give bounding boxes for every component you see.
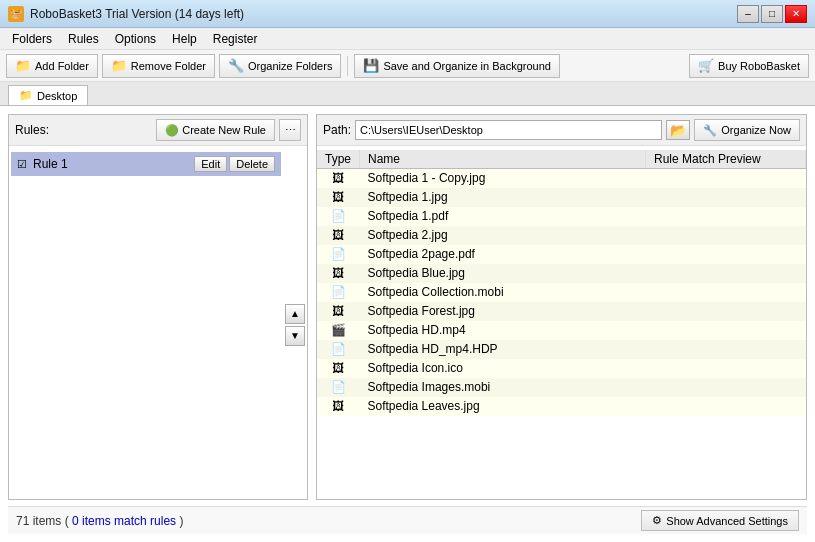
- advanced-settings-button[interactable]: ⚙ Show Advanced Settings: [641, 510, 799, 531]
- window-controls: – □ ✕: [737, 5, 807, 23]
- file-type-icon: 📄: [317, 340, 360, 359]
- create-rule-icon: 🟢: [165, 124, 179, 137]
- window-title: RoboBasket3 Trial Version (14 days left): [30, 7, 244, 21]
- file-type-icon: 🖼: [317, 169, 360, 188]
- main-content: Rules: 🟢 Create New Rule ⋯ ☑ Rule 1 Edit: [0, 106, 815, 542]
- advanced-settings-label: Show Advanced Settings: [666, 515, 788, 527]
- match-count: 0 items match rules: [72, 514, 176, 528]
- file-rule-match: [646, 169, 806, 188]
- menu-register[interactable]: Register: [205, 30, 266, 48]
- file-name: Softpedia 2.jpg: [360, 226, 646, 245]
- file-rule-match: [646, 340, 806, 359]
- create-rule-button[interactable]: 🟢 Create New Rule: [156, 119, 275, 141]
- organize-now-button[interactable]: 🔧 Organize Now: [694, 119, 800, 141]
- table-row[interactable]: 🖼 Softpedia 2.jpg: [317, 226, 806, 245]
- file-name: Softpedia Collection.mobi: [360, 283, 646, 302]
- path-label: Path:: [323, 123, 351, 137]
- col-name: Name: [360, 150, 646, 169]
- rule-delete-button[interactable]: Delete: [229, 156, 275, 172]
- file-name: Softpedia 1.jpg: [360, 188, 646, 207]
- rules-list: ☑ Rule 1 Edit Delete: [9, 150, 283, 499]
- remove-folder-icon: 📁: [111, 58, 127, 73]
- rules-panel: Rules: 🟢 Create New Rule ⋯ ☑ Rule 1 Edit: [8, 114, 308, 500]
- content-area: Rules: 🟢 Create New Rule ⋯ ☑ Rule 1 Edit: [8, 114, 807, 500]
- col-rule-match: Rule Match Preview: [646, 150, 806, 169]
- file-rule-match: [646, 378, 806, 397]
- save-organize-button[interactable]: 💾 Save and Organize in Background: [354, 54, 560, 78]
- path-browse-button[interactable]: 📂: [666, 120, 690, 140]
- file-name: Softpedia Icon.ico: [360, 359, 646, 378]
- rules-label: Rules:: [15, 123, 49, 137]
- col-type: Type: [317, 150, 360, 169]
- minimize-button[interactable]: –: [737, 5, 759, 23]
- table-row[interactable]: 🖼 Softpedia Blue.jpg: [317, 264, 806, 283]
- table-row[interactable]: 🎬 Softpedia HD.mp4: [317, 321, 806, 340]
- organize-folders-button[interactable]: 🔧 Organize Folders: [219, 54, 341, 78]
- buy-button[interactable]: 🛒 Buy RoboBasket: [689, 54, 809, 78]
- add-folder-icon: 📁: [15, 58, 31, 73]
- table-row[interactable]: 🖼 Softpedia Forest.jpg: [317, 302, 806, 321]
- organize-icon: 🔧: [228, 58, 244, 73]
- table-row[interactable]: 📄 Softpedia 1.pdf: [317, 207, 806, 226]
- remove-folder-button[interactable]: 📁 Remove Folder: [102, 54, 215, 78]
- add-folder-label: Add Folder: [35, 60, 89, 72]
- rule-up-button[interactable]: ▲: [285, 304, 305, 324]
- table-row[interactable]: 📄 Softpedia 2page.pdf: [317, 245, 806, 264]
- organize-now-label: Organize Now: [721, 124, 791, 136]
- file-rule-match: [646, 264, 806, 283]
- table-row[interactable]: 📄 Softpedia Images.mobi: [317, 378, 806, 397]
- rule-name: Rule 1: [33, 157, 188, 171]
- menu-options[interactable]: Options: [107, 30, 164, 48]
- close-button[interactable]: ✕: [785, 5, 807, 23]
- tab-desktop[interactable]: 📁 Desktop: [8, 85, 88, 105]
- menu-help[interactable]: Help: [164, 30, 205, 48]
- menu-folders[interactable]: Folders: [4, 30, 60, 48]
- rule-actions: Edit Delete: [194, 156, 275, 172]
- toolbar-separator-1: [347, 56, 348, 76]
- rules-list-area: ☑ Rule 1 Edit Delete ▲ ▼: [9, 150, 307, 499]
- file-rule-match: [646, 188, 806, 207]
- file-type-icon: 🎬: [317, 321, 360, 340]
- bottom-bar: 71 items ( 0 items match rules ) ⚙ Show …: [8, 506, 807, 534]
- file-rule-match: [646, 207, 806, 226]
- file-type-icon: 📄: [317, 283, 360, 302]
- status-close: ): [179, 514, 183, 528]
- file-type-icon: 🖼: [317, 226, 360, 245]
- save-organize-label: Save and Organize in Background: [383, 60, 551, 72]
- maximize-button[interactable]: □: [761, 5, 783, 23]
- file-table: Type Name Rule Match Preview 🖼 Softpedia…: [317, 150, 806, 416]
- file-name: Softpedia Forest.jpg: [360, 302, 646, 321]
- rule-edit-button[interactable]: Edit: [194, 156, 227, 172]
- rule-item[interactable]: ☑ Rule 1 Edit Delete: [11, 152, 281, 176]
- path-bar: Path: 📂 🔧 Organize Now: [317, 115, 806, 146]
- table-row[interactable]: 🖼 Softpedia 1.jpg: [317, 188, 806, 207]
- file-name: Softpedia Leaves.jpg: [360, 397, 646, 416]
- file-name: Softpedia 2page.pdf: [360, 245, 646, 264]
- rule-checkbox[interactable]: ☑: [17, 158, 27, 171]
- table-row[interactable]: 🖼 Softpedia 1 - Copy.jpg: [317, 169, 806, 188]
- table-row[interactable]: 🖼 Softpedia Icon.ico: [317, 359, 806, 378]
- remove-folder-label: Remove Folder: [131, 60, 206, 72]
- rules-toolbar: 🟢 Create New Rule ⋯: [156, 119, 301, 141]
- file-rule-match: [646, 359, 806, 378]
- status-separator: (: [65, 514, 72, 528]
- rule-down-button[interactable]: ▼: [285, 326, 305, 346]
- buy-label: Buy RoboBasket: [718, 60, 800, 72]
- add-folder-button[interactable]: 📁 Add Folder: [6, 54, 98, 78]
- menu-rules[interactable]: Rules: [60, 30, 107, 48]
- rule-extra-btn[interactable]: ⋯: [279, 119, 301, 141]
- status-text: 71 items ( 0 items match rules ): [16, 514, 183, 528]
- file-type-icon: 🖼: [317, 188, 360, 207]
- path-input[interactable]: [355, 120, 662, 140]
- table-row[interactable]: 📄 Softpedia HD_mp4.HDP: [317, 340, 806, 359]
- file-type-icon: 🖼: [317, 359, 360, 378]
- file-type-icon: 🖼: [317, 302, 360, 321]
- table-row[interactable]: 📄 Softpedia Collection.mobi: [317, 283, 806, 302]
- toolbar: 📁 Add Folder 📁 Remove Folder 🔧 Organize …: [0, 50, 815, 82]
- file-rule-match: [646, 245, 806, 264]
- file-rule-match: [646, 302, 806, 321]
- table-row[interactable]: 🖼 Softpedia Leaves.jpg: [317, 397, 806, 416]
- file-rule-match: [646, 226, 806, 245]
- total-count: 71 items: [16, 514, 61, 528]
- file-rule-match: [646, 321, 806, 340]
